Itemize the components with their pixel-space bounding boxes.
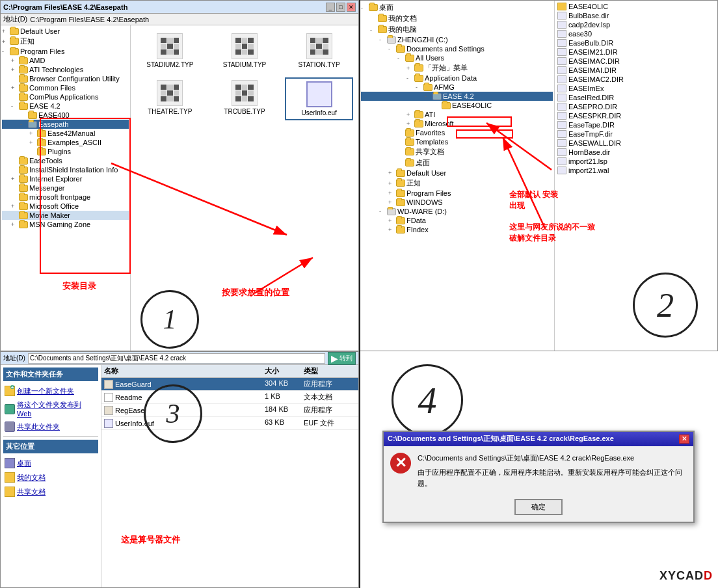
tree-windows[interactable]: + WINDOWS <box>361 198 553 207</box>
tree-item-complus[interactable]: ComPlus Applications <box>2 92 129 101</box>
tree-item-zhengzhi[interactable]: + 正知 <box>2 36 129 47</box>
file-icon-small <box>557 130 566 138</box>
tree-item-ease400[interactable]: EASE400 <box>2 111 129 120</box>
tree-program-files2[interactable]: + Program Files <box>361 189 553 198</box>
tree-mypc[interactable]: - 我的电脑 <box>361 24 553 35</box>
tree-fdata[interactable]: + FData <box>361 216 553 225</box>
error-close-btn[interactable]: ✕ <box>679 434 689 444</box>
mydoc-icon <box>5 472 15 483</box>
file-item-stadium2[interactable]: STADIUM2.TYP <box>136 31 204 71</box>
folder-icon <box>414 111 423 118</box>
tree-item-program-files[interactable]: - Program Files <box>2 47 129 56</box>
tree-item-ms-frontpage[interactable]: microsoft frontpage <box>2 193 129 202</box>
q3-task-create-folder[interactable]: + 创建一个新文件夹 <box>3 384 98 398</box>
tree-findex[interactable]: + FIndex <box>361 225 553 234</box>
q3-file-row-readme[interactable]: Readme 1 KB 文本文档 <box>101 391 358 404</box>
tree-item-easepath[interactable]: - Easepath <box>2 120 129 129</box>
right-file-ease4olic[interactable]: EASE4OLIC <box>556 2 716 11</box>
tree-item-ie[interactable]: + Internet Explorer <box>2 174 129 183</box>
tree-item-ms-office[interactable]: + Microsoft Office <box>2 202 129 211</box>
tree-item-examples[interactable]: + Examples_ASCII <box>2 138 129 147</box>
right-file-easebulb[interactable]: EaseBulb.DIR <box>556 38 716 47</box>
tree-item-amd[interactable]: + AMD <box>2 56 129 65</box>
tree-app-data[interactable]: - Application Data <box>361 74 553 83</box>
right-file-easeim21[interactable]: EASEIM21.DIR <box>556 47 716 57</box>
right-file-easeimac[interactable]: EASEIMAC.DIR <box>556 57 716 66</box>
file-icon-small <box>557 94 566 101</box>
right-file-easeimai[interactable]: EASEIMAI.DIR <box>556 66 716 75</box>
tree-item-installshield[interactable]: InstallShield Installation Info <box>2 165 129 174</box>
maximize-btn[interactable]: □ <box>336 3 345 12</box>
tree-item-easetools[interactable]: EaseTools <box>2 156 129 165</box>
file-item-trcube[interactable]: TRCUBE.TYP <box>211 77 279 120</box>
tree-item-ati[interactable]: + ATI Technologies <box>2 65 129 74</box>
tree-c-drive[interactable]: - ZHENGZHI (C:) <box>361 35 553 44</box>
right-file-easeimac2[interactable]: EASEIMAC2.DIR <box>556 75 716 84</box>
q1-files-panel[interactable]: STADIUM2.TYP STADIUM.TYP <box>131 25 358 351</box>
tree-item-browser[interactable]: Browser Configuration Utility <box>2 74 129 83</box>
tree-item-msn-gaming[interactable]: + MSN Gaming Zone <box>2 220 129 229</box>
tree-default-user2[interactable]: + Default User <box>361 168 553 178</box>
q3-place-shared[interactable]: 共享文档 <box>3 485 98 499</box>
q3-file-row-userinfo[interactable]: UserInfo.euf 63 KB EUF 文件 <box>101 417 358 430</box>
file-item-userinfo[interactable]: UserInfo.euf <box>285 77 353 120</box>
right-file-easeimex[interactable]: EASEImEx <box>556 84 716 93</box>
tree-favorites[interactable]: Favorites <box>361 128 553 137</box>
q3-right-panel[interactable]: 名称 大小 类型 EaseGuard 304 KB 应用程序 <box>101 365 358 587</box>
right-file-easepro[interactable]: EASEPRO.DIR <box>556 102 716 111</box>
file-item-theatre[interactable]: THEATRE.TYP <box>136 77 204 120</box>
tree-ease42-selected[interactable]: - EASE 4.2 <box>361 92 553 101</box>
q3-task-publish-web[interactable]: 将这个文件夹发布到Web <box>3 398 98 420</box>
tree-templates[interactable]: Templates <box>361 137 553 146</box>
tree-ease4olic[interactable]: EASE4OLIC <box>361 101 553 110</box>
tree-zhengzhi2[interactable]: + 正知 <box>361 178 553 189</box>
folder-icon <box>37 139 46 146</box>
tree-item-movie-maker[interactable]: Movie Maker <box>2 211 129 220</box>
tree-shared-docs[interactable]: 共享文档 <box>361 146 553 157</box>
tree-item-ease42manual[interactable]: + Ease42Manual <box>2 129 129 138</box>
tree-docs-settings[interactable]: - Documents and Settings <box>361 44 553 53</box>
right-file-bulbbase[interactable]: BulbBase.dir <box>556 11 716 20</box>
file-item-station[interactable]: STATION.TYP <box>285 31 353 71</box>
right-file-easeired[interactable]: EaseIRed.DIR <box>556 93 716 102</box>
right-file-cadp2dev[interactable]: cadp2dev.lsp <box>556 20 716 29</box>
q3-place-mydoc[interactable]: 我的文档 <box>3 470 98 485</box>
q3-goto-btn[interactable]: ▶ 转到 <box>328 352 356 365</box>
file-item-stadium[interactable]: STADIUM.TYP <box>211 31 279 71</box>
close-btn[interactable]: ✕ <box>347 3 356 12</box>
tree-item-default-user[interactable]: + Default User <box>2 27 129 36</box>
minimize-btn[interactable]: _ <box>326 3 335 12</box>
tree-item-ease42[interactable]: - EASE 4.2 <box>2 101 129 111</box>
right-file-easewall[interactable]: EASEWALL.DIR <box>556 139 716 148</box>
right-file-import21wal[interactable]: import21.wal <box>556 166 716 175</box>
right-file-ease30[interactable]: ease30 <box>556 29 716 38</box>
right-file-easespkr[interactable]: EASESPKR.DIR <box>556 111 716 120</box>
right-file-import21lsp[interactable]: import21.lsp <box>556 157 716 166</box>
tree-desktop[interactable]: - 桌面 <box>361 2 553 13</box>
tree-item-plugins[interactable]: Plugins <box>2 147 129 156</box>
right-file-hornbase[interactable]: HornBase.dir <box>556 148 716 157</box>
error-ok-button[interactable]: 确定 <box>514 499 563 515</box>
tree-start-menu[interactable]: + 「开始」菜单 <box>361 62 553 74</box>
q2-tree-panel[interactable]: - 桌面 我的文档 - 我的电脑 - ZHENGZHI (C <box>360 1 555 351</box>
tree-desktop2[interactable]: 桌面 <box>361 157 553 168</box>
q3-place-desktop[interactable]: 桌面 <box>3 456 98 470</box>
q3-task-share[interactable]: 共享此文件夹 <box>3 420 98 434</box>
tree-item-messenger[interactable]: Messenger <box>2 183 129 193</box>
tree-d-drive[interactable]: - WD-WARE (D:) <box>361 207 553 216</box>
tree-ati[interactable]: + ATI <box>361 110 553 119</box>
q3-file-row-regease[interactable]: RegEase 184 KB 应用程序 <box>101 404 358 417</box>
tree-all-users[interactable]: - All Users <box>361 53 553 62</box>
tree-mydoc[interactable]: 我的文档 <box>361 13 553 24</box>
q3-file-row-easeguard[interactable]: EaseGuard 304 KB 应用程序 <box>101 378 358 391</box>
q3-file-name-userinfo: UserInfo.euf <box>104 418 265 428</box>
q2-right-panel[interactable]: EASE4OLIC BulbBase.dir cadp2dev.lsp ease… <box>555 1 717 351</box>
tree-item-common[interactable]: + Common Files <box>2 83 129 92</box>
right-file-easetmpf[interactable]: EaseTmpF.dir <box>556 129 716 139</box>
tree-microsoft[interactable]: + Microsoft <box>361 119 553 128</box>
right-file-easetape[interactable]: EaseTape.DIR <box>556 120 716 129</box>
q1-tree-panel[interactable]: + Default User + 正知 - Program Files + <box>1 25 131 351</box>
error-dialog[interactable]: C:\Documents and Settings\正知\桌面\EASE 4.2… <box>382 431 695 524</box>
tree-afmg[interactable]: - AFMG <box>361 83 553 92</box>
q3-address-input[interactable] <box>28 353 325 364</box>
